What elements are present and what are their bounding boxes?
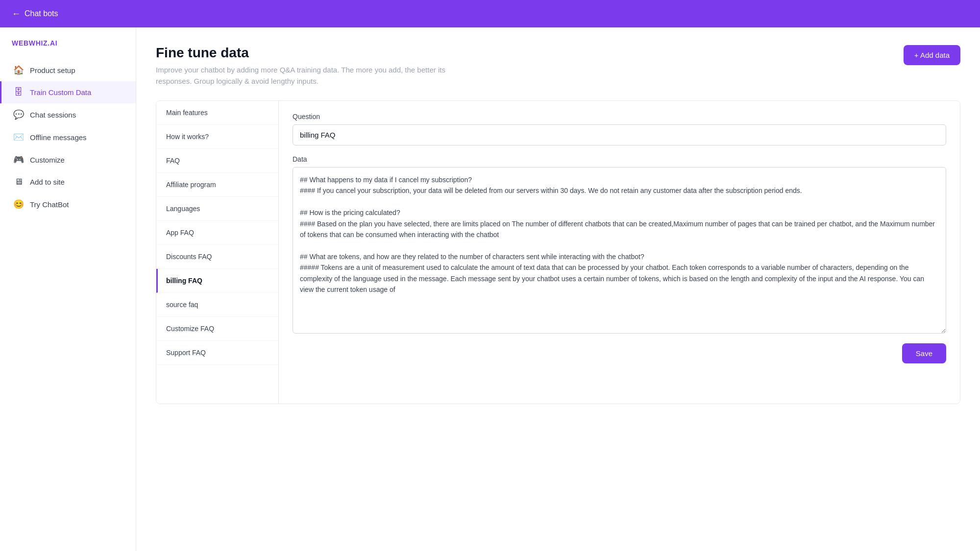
list-item-affiliate-program[interactable]: Affiliate program [156,173,278,197]
sidebar-icon-train-custom-data: 🗄 [13,87,24,97]
app-layout: WEBWHIZ.AI 🏠 Product setup 🗄 Train Custo… [0,27,980,551]
sidebar-item-offline-messages[interactable]: ✉️ Offline messages [0,126,136,148]
add-data-button[interactable]: + Add data [904,45,960,65]
sidebar-label-train-custom-data: Train Custom Data [30,88,91,96]
sidebar-icon-offline-messages: ✉️ [13,132,24,143]
sidebar-item-try-chatbot[interactable]: 😊 Try ChatBot [0,193,136,216]
list-item-customize-faq[interactable]: Customize FAQ [156,317,278,341]
list-item-discounts-faq[interactable]: Discounts FAQ [156,245,278,269]
top-nav: ← Chat bots [0,0,980,27]
sidebar-icon-product-setup: 🏠 [13,65,24,75]
data-label: Data [293,155,946,163]
list-panel: Main featuresHow it works?FAQAffiliate p… [156,101,279,404]
list-item-languages[interactable]: Languages [156,197,278,221]
sidebar-item-product-setup[interactable]: 🏠 Product setup [0,59,136,81]
main-content: Fine tune data Improve your chatbot by a… [136,27,980,551]
page-header: Fine tune data Improve your chatbot by a… [156,45,960,87]
back-button[interactable]: ← Chat bots [12,9,58,19]
sidebar-icon-try-chatbot: 😊 [13,199,24,210]
brand-logo: WEBWHIZ.AI [0,39,136,59]
form-actions: Save [293,335,946,363]
form-panel: Question Data Save [279,101,960,404]
sidebar-item-customize[interactable]: 🎮 Customize [0,148,136,171]
list-item-faq[interactable]: FAQ [156,149,278,173]
list-item-how-it-works[interactable]: How it works? [156,125,278,149]
list-item-support-faq[interactable]: Support FAQ [156,341,278,365]
sidebar-label-customize: Customize [30,156,65,164]
save-button[interactable]: Save [902,343,946,363]
page-header-left: Fine tune data Improve your chatbot by a… [156,45,479,87]
sidebar-label-offline-messages: Offline messages [30,133,87,142]
sidebar-label-chat-sessions: Chat sessions [30,111,76,119]
back-arrow-icon: ← [12,9,21,19]
page-subtitle: Improve your chatbot by adding more Q&A … [156,65,479,87]
sidebar-item-train-custom-data[interactable]: 🗄 Train Custom Data [0,81,136,103]
sidebar-icon-customize: 🎮 [13,154,24,165]
content-panel: Main featuresHow it works?FAQAffiliate p… [156,100,960,404]
sidebar-item-add-to-site[interactable]: 🖥 Add to site [0,171,136,193]
sidebar-label-add-to-site: Add to site [30,178,65,186]
back-label: Chat bots [24,9,58,18]
question-input[interactable] [293,124,946,145]
sidebar-label-product-setup: Product setup [30,66,75,74]
sidebar-item-chat-sessions[interactable]: 💬 Chat sessions [0,103,136,126]
data-textarea[interactable] [293,167,946,334]
sidebar-icon-add-to-site: 🖥 [13,177,24,187]
list-item-app-faq[interactable]: App FAQ [156,221,278,245]
sidebar-icon-chat-sessions: 💬 [13,109,24,120]
list-item-billing-faq[interactable]: billing FAQ [156,269,278,293]
sidebar-label-try-chatbot: Try ChatBot [30,200,69,209]
question-label: Question [293,113,946,120]
sidebar: WEBWHIZ.AI 🏠 Product setup 🗄 Train Custo… [0,27,136,551]
list-item-main-features[interactable]: Main features [156,101,278,125]
list-item-source-faq[interactable]: source faq [156,293,278,317]
page-title: Fine tune data [156,45,479,61]
